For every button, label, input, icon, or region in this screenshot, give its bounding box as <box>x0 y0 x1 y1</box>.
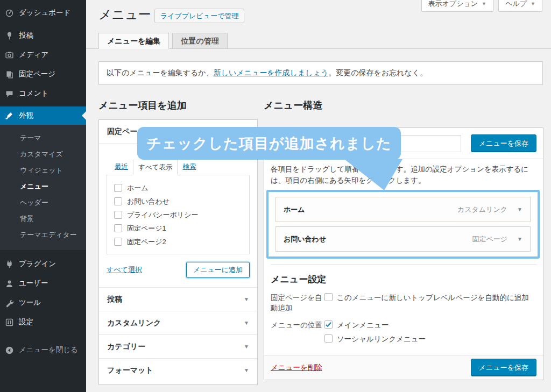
structure-description: 各項目をドラッグして順番を変更します。追加の設定オプションを表示するには、項目の… <box>271 163 541 186</box>
menu-structure-footer: メニューを削除 メニューを保存 <box>264 355 543 380</box>
screen-options-button[interactable]: 表示オプション ▼ <box>421 0 493 12</box>
pages-accordion-body: 最近 すべて表示 検索 ホーム お問い合わせ プライバシーポリシー <box>99 144 257 287</box>
checkbox-label: 固定ページ1 <box>127 224 166 233</box>
sidebar-item-label: プラグイン <box>19 259 56 269</box>
sidebar-item-comments[interactable]: コメント <box>0 84 86 103</box>
position-option-label: ソーシャルリンクメニュー <box>337 334 426 344</box>
chevron-down-icon: ▼ <box>244 367 249 373</box>
sidebar-item-tools[interactable]: ツール <box>0 293 86 312</box>
menu-item-home[interactable]: ホーム カスタムリンク ▼ <box>276 197 531 222</box>
sidebar-item-label: メニューを閉じる <box>19 345 78 355</box>
sidebar-item-label: 固定ページ <box>19 69 55 79</box>
submenu-item-menus[interactable]: メニュー <box>0 179 86 195</box>
accordion-categories[interactable]: カテゴリー ▼ <box>99 334 257 358</box>
position-social-menu-checkbox[interactable] <box>324 334 333 343</box>
add-menu-items-panel: 固定ページ 最近 すべて表示 検索 ホーム お問い合わせ プライバシーポリ <box>98 119 258 385</box>
checkbox-privacy-policy[interactable] <box>114 211 122 219</box>
menu-name-input[interactable] <box>334 135 461 152</box>
sidebar-collapse-menu[interactable]: メニューを閉じる <box>0 340 86 360</box>
tab-most-recent[interactable]: 最近 <box>110 160 133 175</box>
sidebar-item-label: ユーザー <box>19 279 48 288</box>
sidebar-item-dashboard[interactable]: ダッシュボード <box>0 0 86 26</box>
position-option-label: メインメニュー <box>337 320 388 330</box>
checklist-item: 固定ページ2 <box>114 235 249 248</box>
checkbox-home[interactable] <box>114 184 122 192</box>
menu-name-bar: メニューを保存 <box>264 128 543 159</box>
checkbox-page2[interactable] <box>114 238 122 246</box>
create-new-menu-link[interactable]: 新しいメニューを作成しましょう <box>214 68 329 77</box>
appearance-submenu: テーマ カスタマイズ ウィジェット メニュー ヘッダー 背景 テーマエディター <box>0 125 86 250</box>
menu-position-setting-row: メニューの位置 メインメニュー ソーシャルリンクメニュー <box>271 320 536 348</box>
checkbox-label: プライバシーポリシー <box>127 210 198 220</box>
menu-item-type: 固定ページ <box>472 234 507 244</box>
sidebar-item-media[interactable]: メディア <box>0 45 86 65</box>
tab-manage-locations[interactable]: 位置の管理 <box>172 33 227 49</box>
settings-divider <box>271 264 536 265</box>
chevron-down-icon[interactable]: ▼ <box>517 236 522 242</box>
accordion-posts[interactable]: 投稿 ▼ <box>99 287 257 311</box>
submenu-item-theme-editor[interactable]: テーマエディター <box>0 227 86 243</box>
pin-icon <box>5 31 14 40</box>
notice-text: 。変更の保存をお忘れなく。 <box>328 68 427 77</box>
submenu-item-themes[interactable]: テーマ <box>0 130 86 146</box>
live-preview-button[interactable]: ライブプレビューで管理 <box>154 9 244 23</box>
tab-search[interactable]: 検索 <box>178 160 201 175</box>
collapse-arrow-icon <box>5 346 14 355</box>
screen-tabs: メニューを編集 位置の管理 <box>98 33 231 49</box>
pages-panel-actions: すべて選択 メニューに追加 <box>107 262 250 278</box>
save-menu-button-bottom[interactable]: メニューを保存 <box>471 359 536 376</box>
submenu-item-widgets[interactable]: ウィジェット <box>0 162 86 179</box>
chevron-down-icon[interactable]: ▼ <box>517 206 522 212</box>
accordion-label: 投稿 <box>107 295 122 304</box>
menu-item-contact[interactable]: お問い合わせ 固定ページ ▼ <box>276 226 531 252</box>
accordion-label: カスタムリンク <box>107 318 161 328</box>
checkbox-label: お問い合わせ <box>127 197 169 206</box>
add-to-menu-button[interactable]: メニューに追加 <box>186 262 250 278</box>
accordion-formats[interactable]: フォーマット ▼ <box>99 358 257 382</box>
delete-menu-link[interactable]: メニューを削除 <box>271 363 322 373</box>
admin-content: 表示オプション ▼ ヘルプ ▼ メニュー ライブプレビューで管理 メニューを編集… <box>86 0 551 392</box>
submenu-item-header[interactable]: ヘッダー <box>0 195 86 211</box>
position-label: メニューの位置 <box>271 320 324 348</box>
add-menu-items-heading: メニュー項目を追加 <box>98 99 187 112</box>
screen-options-label: 表示オプション <box>428 0 478 9</box>
checkbox-label: ホーム <box>127 183 149 193</box>
save-menu-button-top[interactable]: メニューを保存 <box>471 134 536 152</box>
sidebar-item-label: 投稿 <box>19 31 33 40</box>
tab-view-all[interactable]: すべて表示 <box>133 160 178 175</box>
sidebar-item-plugins[interactable]: プラグイン <box>0 254 86 274</box>
help-button[interactable]: ヘルプ ▼ <box>498 0 542 12</box>
menu-item-type: カスタムリンク <box>457 205 507 215</box>
checklist-item: プライバシーポリシー <box>114 208 249 222</box>
menu-item-label: ホーム <box>284 205 305 215</box>
accordion-pages[interactable]: 固定ページ <box>99 120 257 144</box>
select-all-link[interactable]: すべて選択 <box>107 265 142 275</box>
accordion-label: カテゴリー <box>107 342 145 352</box>
sidebar-item-users[interactable]: ユーザー <box>0 274 86 293</box>
sidebar-item-label: ダッシュボード <box>19 8 70 18</box>
sidebar-item-label: ツール <box>19 298 41 308</box>
checkbox-label: 固定ページ2 <box>127 237 166 247</box>
submenu-item-customize[interactable]: カスタマイズ <box>0 146 86 162</box>
added-items-highlight-box: ホーム カスタムリンク ▼ お問い合わせ 固定ページ ▼ <box>266 190 540 259</box>
help-label: ヘルプ <box>505 0 527 9</box>
position-main-menu-checkbox[interactable] <box>324 320 333 329</box>
tab-edit-menus[interactable]: メニューを編集 <box>98 33 169 49</box>
accordion-label: フォーマット <box>107 366 153 375</box>
sidebar-item-pages[interactable]: 固定ページ <box>0 65 86 84</box>
edit-menu-notice: 以下のメニューを編集するか、新しいメニューを作成しましょう。変更の保存をお忘れな… <box>98 61 543 85</box>
sidebar-item-posts[interactable]: 投稿 <box>0 26 86 45</box>
checkbox-contact[interactable] <box>114 197 122 205</box>
chevron-down-icon: ▼ <box>244 296 249 302</box>
menu-structure-heading: メニュー構造 <box>264 99 322 112</box>
auto-add-setting-row: 固定ページを自動追加 このメニューに新しいトップレベルページを自動的に追加 <box>271 293 536 313</box>
accordion-custom-links[interactable]: カスタムリンク ▼ <box>99 311 257 334</box>
checkbox-page1[interactable] <box>114 224 122 232</box>
menu-structure-panel: メニューを保存 各項目をドラッグして順番を変更します。追加の設定オプションを表示… <box>264 127 543 380</box>
auto-add-checkbox[interactable] <box>324 293 333 301</box>
sidebar-item-settings[interactable]: 設定 <box>0 312 86 332</box>
notice-text: 以下のメニューを編集するか、 <box>107 68 214 77</box>
page-title: メニュー <box>98 6 151 23</box>
sidebar-item-appearance[interactable]: 外観 <box>0 106 86 125</box>
submenu-item-background[interactable]: 背景 <box>0 211 86 227</box>
